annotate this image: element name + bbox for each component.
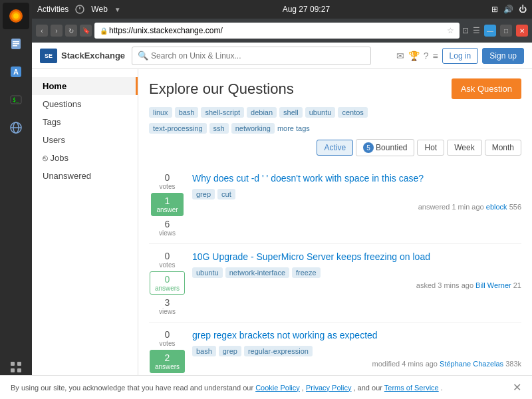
tag-bash[interactable]: bash	[175, 107, 199, 118]
cookie-policy-link[interactable]: Cookie Policy	[255, 384, 300, 392]
minimize-button[interactable]: —	[484, 25, 496, 37]
tag-debian[interactable]: debian	[247, 107, 277, 118]
svg-rect-15	[17, 362, 21, 366]
filter-month-button[interactable]: Month	[485, 140, 521, 156]
sidebar-item-home[interactable]: Home	[32, 77, 138, 95]
answer-count-box: 2 answers	[150, 350, 185, 373]
svg-rect-14	[11, 362, 15, 366]
sidebar-item-unanswered[interactable]: Unanswered	[32, 167, 138, 185]
url-input[interactable]	[109, 26, 447, 35]
se-logo-text: StackExchange	[61, 51, 125, 61]
volume-icon[interactable]: 🔊	[503, 5, 513, 14]
bookmark-star-icon[interactable]: ☆	[447, 26, 454, 35]
tag-linux[interactable]: linux	[149, 107, 172, 118]
files-icon[interactable]	[3, 31, 29, 57]
question-meta: asked 3 mins ago Bill Werner 21	[192, 281, 521, 289]
ask-question-button[interactable]: Ask Question	[452, 78, 521, 99]
question-tags: bash grep regular-expression	[192, 346, 521, 356]
datetime: Aug 27 09:27	[283, 5, 330, 14]
tag-centos[interactable]: centos	[338, 107, 367, 118]
tag-networking[interactable]: networking	[231, 123, 275, 134]
q-tag[interactable]: cut	[217, 189, 235, 200]
q-tag[interactable]: grep	[219, 346, 241, 356]
question-main: 10G Upgrade - SuperMicro Server keeps fr…	[192, 251, 521, 315]
content-area: Explore our Questions Ask Question linux…	[138, 69, 532, 399]
view-stat: 3 views	[159, 297, 176, 315]
signup-button[interactable]: Sign up	[482, 48, 524, 64]
login-button[interactable]: Log in	[442, 48, 479, 64]
tag-ssh[interactable]: ssh	[209, 123, 229, 134]
q-tag[interactable]: network-interface	[225, 267, 289, 278]
q-tag[interactable]: regular-expression	[244, 346, 313, 356]
url-bar[interactable]: 🔒 ☆	[94, 23, 460, 39]
tos-link[interactable]: Terms of Service	[384, 384, 439, 392]
question-stats: 0 votes 1 answer 6 views	[149, 172, 186, 237]
question-user[interactable]: Bill Werner	[475, 281, 511, 289]
inbox-icon[interactable]: ✉	[396, 51, 404, 61]
filter-hot-button[interactable]: Hot	[417, 140, 444, 156]
browser-chrome: ‹ › ↻ 🔖 🔒 ☆ ⊡ ☰ — □ ✕	[32, 19, 532, 43]
os-topbar: Activities Web ▼ Aug 27 09:27 ⊞ 🔊 ⏻	[32, 0, 532, 19]
privacy-policy-link[interactable]: Privacy Policy	[306, 384, 351, 392]
question-tags: grep cut	[192, 189, 521, 200]
cookie-close-button[interactable]: ✕	[513, 381, 521, 394]
svg-rect-16	[11, 368, 15, 372]
menu-icon[interactable]: ☰	[473, 26, 480, 35]
web-label[interactable]: Web	[91, 5, 107, 14]
question-title[interactable]: Why does cut -d ' ' doesn't work with sp…	[192, 173, 424, 184]
sidebar-item-questions[interactable]: Questions	[32, 95, 138, 113]
help-icon[interactable]: ?	[424, 51, 429, 61]
question-item: 0 votes 0 answers 3 views 10G U	[149, 244, 521, 323]
back-button[interactable]: ‹	[36, 25, 48, 37]
se-nav-icons: ✉ 🏆 ? ≡ Log in Sign up	[396, 48, 524, 64]
q-tag[interactable]: grep	[192, 189, 215, 200]
close-button[interactable]: ✕	[516, 25, 528, 37]
bookmark-button[interactable]: 🔖	[80, 25, 92, 37]
tag-shell-script[interactable]: shell-script	[201, 107, 244, 118]
tag-text-processing[interactable]: text-processing	[149, 123, 207, 134]
forward-button[interactable]: ›	[51, 25, 63, 37]
meta-icon[interactable]: ≡	[432, 51, 438, 61]
q-tag[interactable]: ubuntu	[192, 267, 223, 278]
question-main: Why does cut -d ' ' doesn't work with sp…	[192, 172, 521, 237]
se-search-box[interactable]: 🔍	[132, 47, 371, 65]
network-icon[interactable]	[3, 114, 29, 141]
dropdown-arrow[interactable]: ▼	[114, 6, 121, 13]
filter-active-button[interactable]: Active	[317, 140, 353, 156]
question-user[interactable]: Stéphane Chazelas	[440, 360, 503, 368]
tag-shell[interactable]: shell	[279, 107, 303, 118]
question-title[interactable]: grep regex brackets not working as expec…	[192, 330, 378, 340]
view-stat: 6 views	[159, 219, 176, 237]
network-status-icon: ⊞	[491, 5, 498, 14]
reload-button[interactable]: ↻	[65, 25, 77, 37]
sidebar: Home Questions Tags Users ⎋ Jobs Unanswe…	[32, 69, 138, 399]
svg-point-2	[13, 13, 19, 19]
question-user[interactable]: eblock	[486, 203, 507, 211]
tag-ubuntu[interactable]: ubuntu	[305, 107, 336, 118]
q-tag[interactable]: freeze	[292, 267, 321, 278]
screenshot-icon[interactable]: ⊡	[462, 26, 469, 35]
search-input[interactable]	[151, 51, 365, 61]
maximize-button[interactable]: □	[500, 25, 512, 37]
se-logo[interactable]: SE StackExchange	[40, 49, 125, 63]
answer-count-box: 0 answers	[150, 271, 185, 295]
sidebar-item-jobs[interactable]: ⎋ Jobs	[32, 149, 138, 167]
firefox-icon[interactable]	[3, 3, 29, 29]
filter-bountied-button[interactable]: 5 Bountied	[356, 139, 414, 156]
filter-row: Active 5 Bountied Hot Week Month	[149, 139, 521, 156]
svg-text:SE: SE	[45, 53, 53, 59]
activities-label[interactable]: Activities	[37, 5, 68, 14]
more-tags-link[interactable]: more tags	[277, 124, 310, 132]
browser-indicator-icon	[75, 5, 84, 14]
q-tag[interactable]: bash	[192, 346, 216, 356]
question-title[interactable]: 10G Upgrade - SuperMicro Server keeps fr…	[192, 251, 430, 262]
software-icon[interactable]: A	[3, 59, 29, 85]
vote-stat: 0 votes	[160, 172, 176, 190]
terminal-icon[interactable]: $_	[3, 86, 29, 113]
sidebar-item-tags[interactable]: Tags	[32, 113, 138, 131]
achievements-icon[interactable]: 🏆	[408, 51, 420, 61]
app-sidebar: A $_	[0, 0, 32, 380]
power-icon[interactable]: ⏻	[519, 5, 527, 14]
sidebar-item-users[interactable]: Users	[32, 131, 138, 149]
filter-week-button[interactable]: Week	[447, 140, 481, 156]
